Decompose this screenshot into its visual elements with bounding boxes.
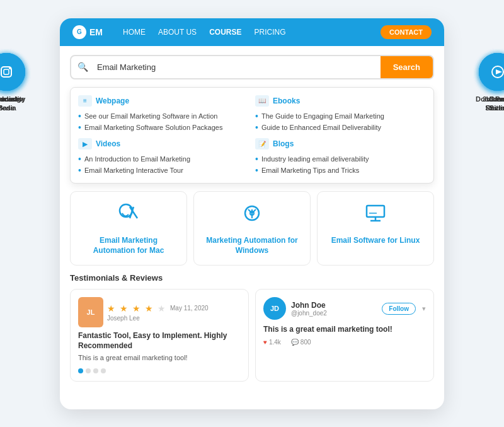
nav-pricing[interactable]: PRICING	[254, 28, 285, 37]
windows-card-label: Marketing Automation for Windows	[202, 235, 302, 257]
star-4: ★	[145, 303, 154, 313]
nav-links: HOME ABOUT US COURSE PRICING	[123, 28, 285, 37]
windows-card-icon	[239, 201, 265, 230]
social-name: John Doe	[291, 301, 377, 310]
star-2: ★	[120, 303, 129, 313]
section-videos-header: ▶ Videos	[78, 138, 249, 149]
webpage-item-2[interactable]: • Email Marketing Software Solution Pack…	[78, 123, 249, 132]
bullet-icon: •	[78, 166, 81, 175]
webpage-item-1[interactable]: • See our Email Marketing Software in Ac…	[78, 112, 249, 120]
star-3: ★	[132, 303, 141, 313]
blogs-item-1-text: Industry leading email deliverability	[261, 155, 369, 163]
mac-card-label: Email Marketing Automation for Mac	[78, 235, 179, 257]
social-testimonial-card: JD John Doe @john_doe2 Follow ▾ This is …	[255, 289, 434, 382]
ebooks-icon: 📖	[255, 95, 269, 107]
social-user-info: John Doe @john_doe2	[291, 301, 377, 317]
mac-card-icon	[116, 201, 141, 230]
social-handle: @john_doe2	[291, 310, 377, 317]
blogs-item-1[interactable]: • Industry leading email deliverability	[255, 155, 426, 163]
nav-course[interactable]: COURSE	[209, 28, 241, 37]
dot-1	[86, 368, 91, 373]
ebooks-item-1-text: The Guide to Engaging Email Marketing	[261, 112, 384, 120]
search-button[interactable]: Search	[381, 56, 433, 78]
comments-number: 800	[301, 339, 311, 346]
search-bar: 🔍 Search	[70, 55, 434, 79]
navbar: G EM HOME ABOUT US COURSE PRICING CONTAC…	[60, 18, 444, 46]
dropdown-section-webpage: ≡ Webpage • See our Email Marketing Soft…	[78, 95, 249, 132]
comments-count: 💬 800	[291, 339, 311, 346]
social-actions: ♥ 1.4k 💬 800	[263, 339, 426, 346]
nav-logo: G EM	[72, 25, 103, 39]
videos-section-icon: ▶	[78, 138, 92, 149]
nav-about[interactable]: ABOUT US	[158, 28, 197, 37]
reviewer-initials: JL	[87, 308, 95, 316]
contact-button[interactable]: CONTACT	[381, 25, 432, 39]
sidebar-item-videos[interactable]: Videos	[479, 53, 504, 103]
bullet-icon: •	[255, 155, 258, 163]
testimonial-title-text: Fantastic Tool, Easy to Implement. Highl…	[78, 331, 241, 351]
dropdown-section-ebooks: 📖 Ebooks • The Guide to Engaging Email M…	[255, 95, 426, 132]
heart-icon: ♥	[263, 339, 267, 346]
social-avatar: JD	[263, 297, 286, 320]
blogs-label: Blogs	[273, 139, 294, 148]
ebooks-item-2[interactable]: • Guide to Enhanced Email Deliverability	[255, 123, 426, 132]
webpage-item-1-text: See our Email Marketing Software in Acti…	[84, 112, 218, 120]
reviewer-avatar: JL	[78, 297, 103, 327]
webpage-item-2-text: Email Marketing Software Solution Packag…	[84, 123, 223, 132]
feature-card-mac[interactable]: Email Marketing Automation for Mac	[70, 191, 187, 266]
feature-card-windows[interactable]: Marketing Automation for Windows	[193, 191, 311, 266]
review-date: May 11, 2020	[170, 305, 209, 312]
testimonials-title: Testimonials & Reviews	[70, 273, 434, 283]
bullet-icon: •	[255, 123, 258, 132]
chevron-down-icon: ▾	[422, 305, 426, 313]
carousel-dots	[78, 368, 241, 373]
svg-point-10	[9, 67, 11, 69]
search-icon: 🔍	[71, 62, 94, 72]
webpage-icon: ≡	[78, 95, 92, 107]
ebooks-label: Ebooks	[273, 97, 300, 105]
linux-card-icon	[363, 201, 388, 230]
main-card: G EM HOME ABOUT US COURSE PRICING CONTAC…	[60, 18, 444, 409]
bullet-icon: •	[78, 123, 81, 132]
comment-icon: 💬	[291, 339, 299, 346]
bullet-icon: •	[255, 112, 258, 120]
social-body-text: This is a great email marketing tool!	[263, 325, 426, 334]
testimonial-card-left: JL ★ ★ ★ ★ ★ May 11, 2020	[70, 289, 249, 382]
blogs-icon: 📝	[255, 138, 269, 149]
nav-home[interactable]: HOME	[123, 28, 146, 37]
linux-card-label: Email Software for Linux	[331, 235, 420, 246]
svg-rect-9	[4, 69, 9, 74]
social-header: JD John Doe @john_doe2 Follow ▾	[263, 297, 426, 320]
feature-cards: Email Marketing Automation for Mac Marke…	[70, 191, 434, 266]
testimonial-body: This is a great email marketing tool!	[78, 353, 241, 363]
ebooks-item-1[interactable]: • The Guide to Engaging Email Marketing	[255, 112, 426, 120]
videos-item-2-text: Email Marketing Interactive Tour	[84, 166, 183, 175]
videos-item-1-text: An Introduction to Email Marketing	[84, 155, 190, 163]
testimonials-section: Testimonials & Reviews JL ★ ★	[70, 273, 434, 382]
videos-item-2[interactable]: • Email Marketing Interactive Tour	[78, 166, 249, 175]
content-area: 🔍 Search ≡ Webpage • See our Email Marke…	[60, 46, 444, 409]
blogs-item-2-text: Email Marketing Tips and Tricks	[261, 166, 359, 175]
videos-icon	[479, 53, 504, 91]
testimonial-rating: JL ★ ★ ★ ★ ★ May 11, 2020	[78, 297, 241, 327]
likes-count: ♥ 1.4k	[263, 339, 281, 346]
reviewer-name-text: Joseph Lee	[107, 315, 241, 322]
dot-3	[101, 368, 106, 373]
dot-2	[93, 368, 98, 373]
search-dropdown: ≡ Webpage • See our Email Marketing Soft…	[70, 87, 434, 184]
section-webpage-header: ≡ Webpage	[78, 95, 249, 107]
social-media-icon	[0, 53, 25, 91]
dropdown-section-videos: ▶ Videos • An Introduction to Email Mark…	[78, 138, 249, 175]
star-1: ★	[107, 303, 116, 313]
search-input[interactable]	[94, 57, 381, 78]
bullet-icon: •	[78, 155, 81, 163]
videos-item-1[interactable]: • An Introduction to Email Marketing	[78, 155, 249, 163]
bullet-icon: •	[255, 166, 258, 175]
blogs-item-2[interactable]: • Email Marketing Tips and Tricks	[255, 166, 426, 175]
feature-card-linux[interactable]: Email Software for Linux	[317, 191, 434, 266]
follow-button[interactable]: Follow	[382, 303, 416, 315]
videos-section-label: Videos	[96, 139, 120, 148]
svg-marker-25	[496, 69, 502, 74]
bullet-icon: •	[78, 112, 81, 120]
sidebar-item-social-media[interactable]: Social Media	[0, 53, 25, 113]
